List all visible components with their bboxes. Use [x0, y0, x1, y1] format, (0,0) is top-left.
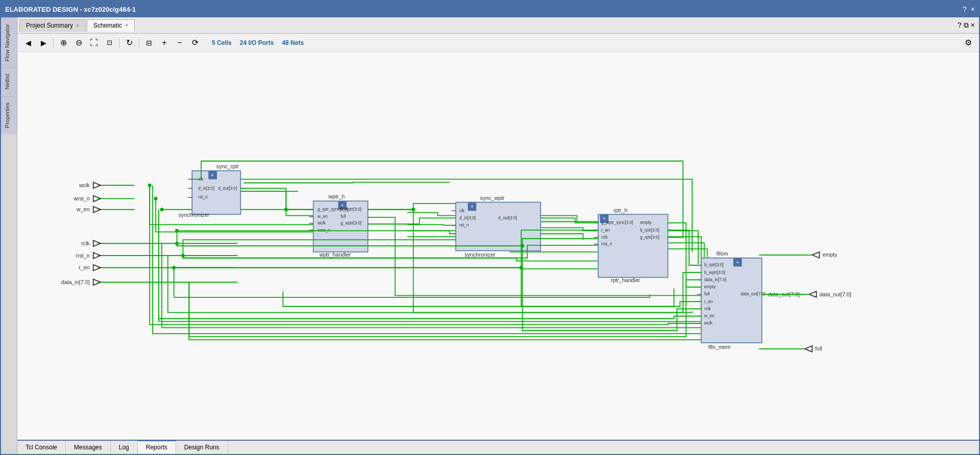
svg-text:r_en: r_en	[601, 228, 610, 233]
title-bar: ELABORATED DESIGN - xc7z020clg484-1 ? ×	[1, 1, 979, 17]
zoom-out-button[interactable]: ⊖	[72, 36, 85, 49]
left-sidebar: Flow Navigator Netlist Properties	[1, 17, 17, 454]
svg-text:g_rptr[3:0]: g_rptr[3:0]	[640, 235, 659, 240]
toolbar: ◀ ▶ ⊕ ⊖ ⛶ ⊡ ↻ ⊟ + − ⟳ 5 Cells 24 I/O Por…	[17, 34, 979, 52]
fit-all-button[interactable]: ⛶	[87, 36, 101, 49]
tab-float-button[interactable]: ⧉	[964, 21, 969, 30]
forward-button[interactable]: ▶	[37, 36, 50, 49]
tab-schematic[interactable]: Schematic ×	[87, 19, 135, 32]
toolbar-stats: 5 Cells 24 I/O Ports 48 Nets	[212, 39, 304, 46]
schematic-area[interactable]: + sync_rptr clk d_in[3:0] rst_n d_out[3:…	[17, 52, 979, 440]
add-button[interactable]: +	[158, 36, 171, 49]
svg-text:w_en: w_en	[76, 206, 90, 212]
svg-text:+: +	[736, 259, 739, 265]
svg-text:r_en: r_en	[79, 264, 89, 270]
sidebar-tab-properties[interactable]: Properties	[1, 96, 17, 134]
bottom-tab-messages-label: Messages	[74, 444, 102, 451]
svg-point-18	[160, 208, 163, 211]
svg-text:rrst_n: rrst_n	[76, 252, 89, 259]
svg-text:r_en: r_en	[704, 299, 713, 304]
fit-selected-button[interactable]: ⊡	[103, 36, 116, 49]
svg-text:data_in[7:0]: data_in[7:0]	[704, 277, 726, 282]
tab-help-button[interactable]: ?	[958, 21, 962, 30]
svg-text:full: full	[704, 291, 710, 296]
bottom-tab-design-runs[interactable]: Design Runs	[176, 441, 228, 454]
tab-project-summary-close[interactable]: ×	[76, 23, 79, 29]
zoom-in-button[interactable]: ⊕	[57, 36, 70, 49]
svg-text:b_rptr[3:0]: b_rptr[3:0]	[640, 228, 659, 233]
bottom-tab-tcl-console[interactable]: Tcl Console	[17, 441, 66, 454]
svg-point-139	[175, 229, 179, 233]
svg-text:g_wptr_sync[3:0]: g_wptr_sync[3:0]	[601, 220, 633, 225]
svg-text:fifom: fifom	[717, 250, 728, 257]
svg-text:fifo_mem: fifo_mem	[708, 344, 730, 350]
svg-text:empty: empty	[704, 284, 716, 289]
align-button[interactable]: ⊟	[142, 36, 156, 49]
bottom-tab-log[interactable]: Log	[111, 441, 138, 454]
svg-text:full: full	[815, 345, 822, 351]
right-panel: Project Summary × Schematic × ? ⧉ × ◀	[17, 17, 979, 454]
svg-text:rclk: rclk	[704, 306, 712, 311]
tab-close-button[interactable]: ×	[971, 21, 975, 30]
nets-count: 48 Nets	[282, 39, 304, 46]
svg-text:w_en: w_en	[704, 313, 715, 318]
tab-schematic-close[interactable]: ×	[125, 22, 128, 28]
remove-button[interactable]: −	[173, 36, 186, 49]
svg-text:d_in[3:0]: d_in[3:0]	[459, 215, 476, 220]
svg-point-135	[284, 208, 288, 211]
svg-text:+: +	[471, 203, 474, 209]
bottom-tab-log-label: Log	[119, 444, 129, 451]
svg-text:synchronizer: synchronizer	[179, 212, 210, 218]
bottom-tab-tcl-label: Tcl Console	[26, 444, 57, 451]
svg-point-137	[520, 266, 523, 269]
tab-bar-right: ? ⧉ ×	[958, 21, 979, 30]
tab-bar-left: Project Summary × Schematic ×	[19, 19, 136, 32]
bottom-tab-messages[interactable]: Messages	[66, 441, 111, 454]
svg-text:data_out[7:0]: data_out[7:0]	[819, 291, 851, 297]
svg-text:empty: empty	[822, 251, 838, 258]
svg-text:wptr_handler: wptr_handler	[319, 251, 351, 258]
io-ports-count: 24 I/O Ports	[240, 39, 274, 46]
svg-text:rptr_handler: rptr_handler	[611, 277, 641, 283]
schematic-svg: + sync_rptr clk d_in[3:0] rst_n d_out[3:…	[17, 52, 979, 440]
tab-project-summary[interactable]: Project Summary ×	[19, 19, 86, 32]
svg-text:wptr_h: wptr_h	[328, 193, 345, 199]
svg-text:sync_rptr: sync_rptr	[216, 163, 239, 169]
svg-text:clk: clk	[459, 208, 465, 213]
svg-text:rptr_h: rptr_h	[614, 207, 628, 213]
reload-button[interactable]: ⟳	[188, 36, 202, 49]
main-content: Flow Navigator Netlist Properties Projec…	[1, 17, 979, 454]
svg-text:+: +	[210, 172, 213, 178]
close-button[interactable]: ×	[971, 5, 975, 13]
svg-point-138	[521, 244, 524, 247]
separator2	[119, 38, 119, 48]
settings-button[interactable]: ⚙	[962, 36, 975, 49]
svg-text:wrst_n: wrst_n	[317, 228, 330, 233]
svg-text:empty: empty	[640, 220, 652, 225]
svg-point-136	[411, 208, 415, 211]
sidebar-tab-netlist[interactable]: Netlist	[1, 67, 17, 96]
bottom-tabs: Tcl Console Messages Log Reports Design …	[17, 440, 979, 454]
svg-text:b_wptr[3:0]: b_wptr[3:0]	[340, 207, 361, 212]
svg-text:full: full	[340, 214, 346, 219]
separator1	[53, 38, 54, 48]
tab-bar: Project Summary × Schematic × ? ⧉ ×	[17, 17, 979, 34]
svg-text:b_rptr[3:0]: b_rptr[3:0]	[704, 262, 724, 267]
bottom-tab-reports[interactable]: Reports	[138, 440, 176, 453]
separator3	[139, 38, 139, 48]
cells-count: 5 Cells	[212, 39, 232, 46]
back-button[interactable]: ◀	[21, 36, 35, 49]
svg-text:wclk: wclk	[317, 220, 326, 225]
svg-text:sync_wptr: sync_wptr	[480, 195, 504, 201]
svg-text:d_out[3:0]: d_out[3:0]	[218, 186, 237, 191]
help-button[interactable]: ?	[963, 5, 967, 13]
sidebar-tab-flow-navigator[interactable]: Flow Navigator	[1, 17, 17, 67]
app-window: ELABORATED DESIGN - xc7z020clg484-1 ? × …	[0, 0, 980, 455]
svg-text:w_en: w_en	[317, 214, 328, 219]
svg-text:wclk: wclk	[79, 182, 90, 188]
tab-schematic-label: Schematic	[93, 22, 122, 29]
svg-text:wclk: wclk	[704, 320, 713, 325]
refresh-button[interactable]: ↻	[122, 36, 136, 49]
svg-point-17	[154, 197, 158, 200]
svg-text:d_out[3:0]: d_out[3:0]	[498, 215, 517, 220]
